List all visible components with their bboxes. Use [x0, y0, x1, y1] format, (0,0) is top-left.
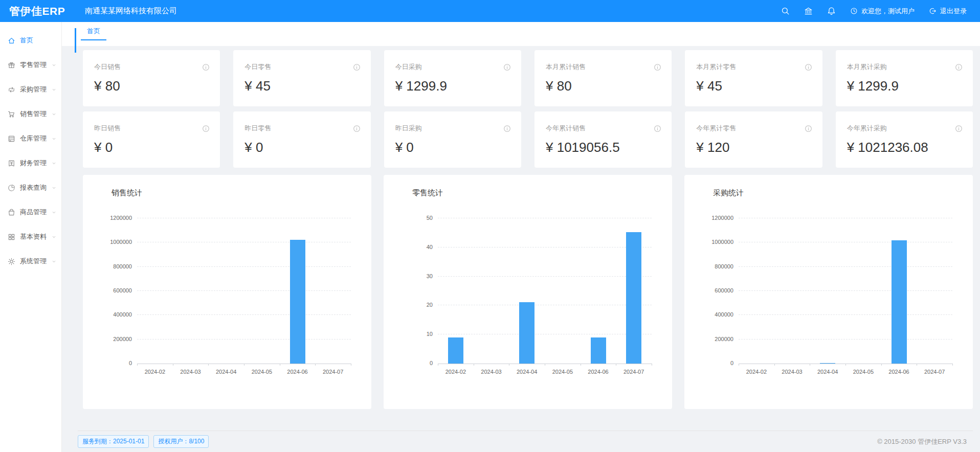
- bag-icon: [8, 209, 15, 216]
- stat-card: 昨日零售¥ 0: [233, 111, 370, 168]
- stat-row-2: 昨日销售¥ 0昨日零售¥ 0昨日采购¥ 0今年累计销售¥ 1019056.5今年…: [83, 111, 973, 168]
- chart-plot-area: 0200000400000600000800000100000012000002…: [739, 218, 952, 364]
- axis-tick: [810, 364, 810, 366]
- gridline: 600000: [137, 290, 351, 291]
- stat-card: 今日采购¥ 1299.9: [384, 50, 521, 106]
- sidebar-item-goods[interactable]: 商品管理: [0, 200, 61, 224]
- gear-icon: [8, 258, 15, 265]
- gridline: 10: [438, 334, 652, 334]
- bar-2024-02: [448, 337, 463, 364]
- x-axis-label: 2024-07: [323, 369, 343, 375]
- axis-tick: [315, 364, 316, 366]
- retail-statistics-chart: 零售统计010203040502024-022024-032024-042024…: [384, 175, 672, 409]
- gridline: 200000: [137, 339, 351, 340]
- y-axis-label: 0: [430, 360, 433, 366]
- sidebar-item-basic-data[interactable]: 基本资料: [0, 224, 61, 249]
- stat-value: ¥ 0: [395, 140, 511, 155]
- stat-card: 本月累计零售¥ 45: [685, 50, 822, 106]
- x-axis-label: 2024-03: [481, 369, 501, 375]
- stat-label: 今年累计销售: [546, 124, 586, 133]
- axis-tick: [739, 364, 739, 366]
- home-bank-icon[interactable]: [804, 7, 813, 15]
- header-actions: 欢迎您，测试用户 退出登录: [781, 7, 967, 16]
- chart-title: 销售统计: [112, 188, 358, 198]
- stat-label: 昨日销售: [94, 124, 121, 133]
- axis-tick: [881, 364, 882, 366]
- y-axis-label: 0: [730, 360, 733, 366]
- charts-row: 销售统计020000040000060000080000010000001200…: [83, 175, 973, 409]
- chevron-down-icon: [51, 234, 57, 240]
- stat-label: 本月累计采购: [847, 62, 887, 72]
- axis-tick: [438, 364, 438, 366]
- gridline: 20: [438, 305, 652, 305]
- info-icon[interactable]: [202, 63, 210, 71]
- sidebar-item-retail[interactable]: 零售管理: [0, 53, 61, 77]
- x-axis-label: 2024-06: [588, 369, 608, 375]
- y-axis-label: 30: [427, 273, 433, 279]
- x-axis-label: 2024-04: [216, 369, 236, 375]
- stat-label: 本月累计销售: [546, 62, 586, 72]
- info-icon[interactable]: [503, 63, 511, 71]
- logout-button[interactable]: 退出登录: [929, 7, 967, 16]
- welcome-user[interactable]: 欢迎您，测试用户: [850, 7, 915, 16]
- axis-tick: [652, 364, 652, 366]
- search-icon[interactable]: [781, 7, 790, 15]
- stat-value: ¥ 80: [546, 78, 661, 94]
- stat-card: 本月累计采购¥ 1299.9: [836, 50, 973, 106]
- clock-icon: [850, 7, 858, 15]
- axis-tick: [845, 364, 846, 366]
- sidebar-item-warehouse[interactable]: 仓库管理: [0, 126, 61, 151]
- y-axis-label: 400000: [715, 311, 733, 318]
- x-axis-label: 2024-02: [746, 369, 767, 375]
- bar-2024-04: [820, 363, 835, 364]
- sidebar-item-home[interactable]: 首页: [0, 28, 61, 53]
- info-icon[interactable]: [353, 63, 361, 71]
- info-icon[interactable]: [805, 63, 812, 71]
- swap-icon: [8, 86, 15, 94]
- info-icon[interactable]: [202, 125, 210, 132]
- tab-home[interactable]: 首页: [81, 23, 106, 40]
- bell-icon[interactable]: [827, 7, 836, 15]
- bar-2024-07: [626, 232, 641, 364]
- info-icon[interactable]: [353, 125, 361, 132]
- y-axis-label: 1200000: [110, 215, 132, 221]
- service-expiry-badge: 服务到期：2025-01-01: [78, 435, 149, 448]
- y-axis-label: 200000: [113, 336, 132, 342]
- stat-label: 昨日零售: [244, 124, 271, 133]
- y-axis-label: 600000: [113, 287, 132, 293]
- axis-tick: [208, 364, 209, 366]
- appstore-icon: [8, 233, 15, 241]
- info-icon[interactable]: [654, 125, 661, 132]
- info-icon[interactable]: [805, 125, 812, 132]
- sidebar-item-reports[interactable]: 报表查询: [0, 175, 61, 200]
- info-icon[interactable]: [503, 125, 511, 132]
- info-icon[interactable]: [955, 63, 963, 71]
- gridline: 30: [438, 276, 652, 277]
- sidebar-item-sales[interactable]: 销售管理: [0, 102, 61, 126]
- sidebar-item-system[interactable]: 系统管理: [0, 249, 61, 274]
- app-logo: 管伊佳ERP: [9, 4, 85, 18]
- stat-card: 今日零售¥ 45: [233, 50, 370, 106]
- y-axis-label: 20: [427, 302, 433, 308]
- stat-card: 今日销售¥ 80: [83, 50, 220, 106]
- x-axis-label: 2024-04: [817, 369, 838, 375]
- sidebar: 首页零售管理采购管理销售管理仓库管理财务管理报表查询商品管理基本资料系统管理: [0, 22, 62, 452]
- info-icon[interactable]: [955, 125, 963, 132]
- stat-label: 昨日采购: [395, 124, 422, 133]
- sidebar-item-finance[interactable]: 财务管理: [0, 151, 61, 175]
- sidebar-item-label: 销售管理: [20, 109, 47, 119]
- gridline: 800000: [137, 266, 351, 267]
- axis-tick: [509, 364, 509, 366]
- home-icon: [8, 37, 15, 44]
- axis-tick: [280, 364, 280, 366]
- stat-label: 今年累计零售: [696, 124, 736, 133]
- sidebar-item-label: 采购管理: [20, 85, 47, 94]
- logout-label: 退出登录: [940, 7, 967, 16]
- y-axis-label: 800000: [113, 263, 132, 269]
- money-icon: [8, 160, 15, 167]
- axis-tick: [351, 364, 351, 366]
- sidebar-item-purchase[interactable]: 采购管理: [0, 77, 61, 102]
- x-axis-label: 2024-06: [888, 369, 909, 375]
- gridline: 1200000: [137, 218, 351, 218]
- info-icon[interactable]: [654, 63, 661, 71]
